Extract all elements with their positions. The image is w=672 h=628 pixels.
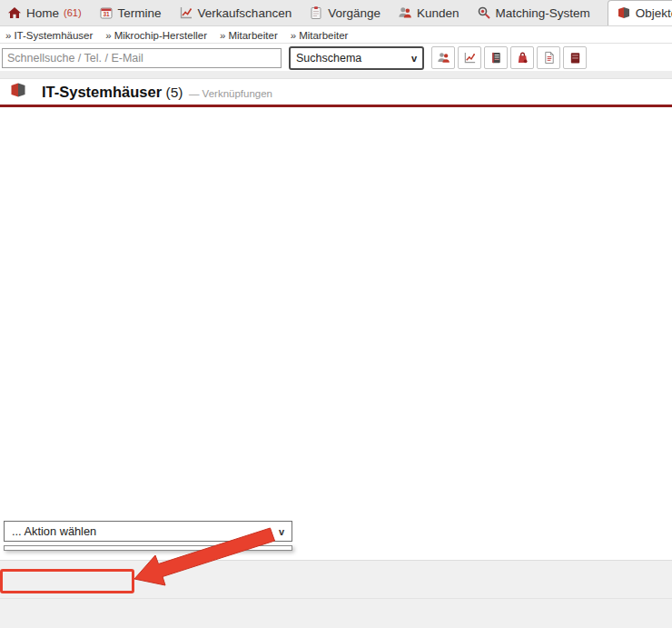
ledger-icon <box>489 51 503 65</box>
chevron-down-icon: v <box>279 526 284 537</box>
search-action-button-bag[interactable] <box>510 46 534 69</box>
top-navbar: Home(61)31TermineVerkaufschancenVorgänge… <box>0 0 672 26</box>
object-toolbar <box>0 109 672 131</box>
svg-text:31: 31 <box>103 11 110 17</box>
search-schema-select[interactable]: Suchschema v <box>289 46 424 70</box>
action-bar: ... Aktion wählen v <box>4 521 292 542</box>
nav-item-kunden[interactable]: Kunden <box>398 5 460 20</box>
nav-item-label: Termine <box>118 6 162 20</box>
people-icon <box>398 5 412 20</box>
nav-item-label: Home <box>26 6 59 20</box>
nav-item-matching-system[interactable]: Matching-System <box>477 5 590 20</box>
page-subtitle: — Verknüpfungen <box>189 88 272 99</box>
bag-icon <box>516 51 529 65</box>
search-action-button-chart[interactable] <box>458 46 481 69</box>
chart-icon <box>179 5 193 20</box>
home-icon <box>7 5 22 20</box>
footer-band <box>0 560 672 628</box>
chart-icon <box>463 51 477 65</box>
breadcrumb-label: Mitarbeiter <box>299 30 348 41</box>
title-rule <box>0 105 672 107</box>
document-icon <box>542 51 556 65</box>
clipboard-icon <box>309 5 323 20</box>
breadcrumb-item-mikrochip-hersteller[interactable]: »Mikrochip-Hersteller <box>105 30 207 41</box>
action-select-value: ... Aktion wählen <box>12 524 96 538</box>
breadcrumb-item-mitarbeiter[interactable]: »Mitarbeiter <box>220 30 278 41</box>
search-input[interactable] <box>2 48 282 68</box>
search-row: Suchschema v <box>0 45 672 71</box>
search-action-button-people[interactable] <box>431 46 455 69</box>
matching-icon <box>477 5 491 20</box>
search-schema-label: Suchschema <box>296 52 361 65</box>
breadcrumb-separator: » <box>220 30 225 41</box>
record-count: (5) <box>166 85 183 100</box>
objects-icon <box>617 5 631 20</box>
breadcrumb-item-it-systemh-user[interactable]: »IT-Systemhäuser <box>5 30 93 41</box>
chevron-down-icon: v <box>411 53 417 64</box>
breadcrumb-separator: » <box>105 30 111 41</box>
breadcrumb: »IT-Systemhäuser»Mikrochip-Hersteller»Mi… <box>0 27 672 44</box>
nav-item-count: (61) <box>64 7 82 18</box>
breadcrumb-separator: » <box>5 30 11 41</box>
nav-item-termine[interactable]: 31Termine <box>99 5 162 20</box>
nav-item-verkaufschancen[interactable]: Verkaufschancen <box>179 5 292 20</box>
nav-item-label: Vorgänge <box>328 6 380 20</box>
people-icon <box>437 51 450 65</box>
action-select[interactable]: ... Aktion wählen v <box>4 521 292 542</box>
nav-item-label: Verkaufschancen <box>198 6 292 20</box>
objects-icon <box>9 81 27 103</box>
breadcrumb-label: Mikrochip-Hersteller <box>114 30 207 41</box>
nav-item-label: Objekte <box>636 6 672 20</box>
nav-item-label: Kunden <box>417 6 460 20</box>
page-header: IT-Systemhäuser (5) — Verknüpfungen <box>0 79 672 105</box>
calendar-icon: 31 <box>99 5 114 20</box>
nav-item-objekte[interactable]: Objekte <box>608 0 672 25</box>
search-action-button-document[interactable] <box>537 46 560 69</box>
page-title: IT-Systemhäuser <box>42 84 162 100</box>
breadcrumb-item-mitarbeiter[interactable]: »Mitarbeiter <box>291 30 349 41</box>
nav-item-vorg-nge[interactable]: Vorgänge <box>309 5 380 20</box>
divider-band <box>0 71 672 79</box>
breadcrumb-label: IT-Systemhäuser <box>14 30 93 41</box>
search-action-button-ledger[interactable] <box>484 46 508 69</box>
breadcrumb-separator: » <box>291 30 296 41</box>
breadcrumb-label: Mitarbeiter <box>228 30 277 41</box>
nav-item-label: Matching-System <box>496 6 590 20</box>
search-action-button-archive[interactable] <box>563 46 587 69</box>
action-dropdown <box>4 545 292 551</box>
nav-item-home[interactable]: Home(61) <box>7 5 82 20</box>
archive-icon <box>568 51 582 65</box>
